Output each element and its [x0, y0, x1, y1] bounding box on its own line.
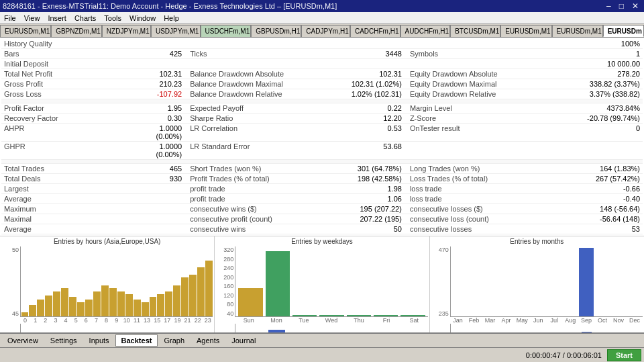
maximize-button[interactable]: □ [616, 1, 627, 11]
bottom-tab-graph[interactable]: Graph [158, 334, 191, 347]
bottom-tab-bar: OverviewSettingsInputsBacktestGraphAgent… [0, 332, 644, 347]
chart-tab-10[interactable]: EURUSDm,M1 [500, 25, 551, 37]
hours-bar [101, 285, 109, 316]
hours-y-mid: 45 [1, 310, 19, 317]
hours-bar [142, 302, 149, 316]
bottom-tab-settings[interactable]: Settings [44, 334, 83, 347]
menu-item-tools[interactable]: Tools [100, 12, 125, 24]
weekday-bar [266, 251, 290, 317]
menu-item-file[interactable]: File [0, 12, 20, 24]
stats-table: History Quality 100% Bars 425 Ticks 3448… [1, 39, 643, 234]
chart-tab-8[interactable]: AUDCHFm,H1 [400, 25, 451, 37]
status-bar: 0:00:00:47 / 0:00:06:01 Start [0, 347, 644, 362]
bottom-tab-backtest[interactable]: Backtest [115, 334, 158, 347]
maximum-label: Maximum [1, 204, 129, 214]
hours-bar [29, 305, 36, 316]
menu-item-charts[interactable]: Charts [70, 12, 100, 24]
average-label: Average [1, 194, 129, 204]
menu-item-insert[interactable]: Insert [44, 12, 70, 24]
hours-bar [53, 291, 60, 316]
hours-bar [205, 261, 213, 316]
bottom-tab-inputs[interactable]: Inputs [83, 334, 115, 347]
close-button[interactable]: ✕ [629, 1, 641, 11]
consec-loss-count-label: consecutive loss (count) [405, 214, 551, 224]
consec-profit-value: 207.22 (195) [331, 214, 405, 224]
chart-tab-5[interactable]: GBPUSDm,H1 [251, 25, 301, 37]
recovery-factor-label: Recovery Factor [1, 114, 129, 124]
minimize-button[interactable]: – [604, 1, 614, 11]
bottom-tab-journal[interactable]: Journal [225, 334, 262, 347]
menu-item-help[interactable]: Help [160, 12, 183, 24]
title-text: 82848161 - Exness-MTSTrial11: Demo Accou… [3, 2, 337, 10]
bars-label: Bars [1, 49, 129, 59]
hours-bar [37, 300, 44, 316]
bottom-tab-agents[interactable]: Agents [191, 334, 225, 347]
profit-trades-value: 198 (42.58%) [331, 174, 405, 184]
hours-bar [117, 291, 125, 316]
chart-tab-2[interactable]: NZDJPYm,M1 [102, 25, 151, 37]
equity-drawdown-rel-value: 3.37% (338.82) [551, 89, 643, 99]
equity-drawdown-abs-value: 278.20 [551, 69, 643, 79]
ontester-value: 0 [551, 124, 643, 142]
hours-bar [85, 300, 93, 316]
months-chart-panel: Entries by months 470 235 Jan Feb Mar Ap… [430, 236, 644, 332]
chart-tab-7[interactable]: CADCHFm,H1 [350, 25, 400, 37]
consec-losses-value: 148 (-56.64) [551, 204, 643, 214]
weekdays-pnl-chart [235, 324, 427, 332]
consec-wins-value: 195 (207.22) [331, 204, 405, 214]
maximal-label: Maximal [1, 214, 129, 224]
weekday-bar [292, 315, 317, 316]
margin-level-label: Margin Level [405, 103, 551, 114]
balance-drawdown-abs-value: 102.31 [331, 69, 405, 79]
total-net-profit-value: 102.31 [129, 69, 184, 79]
total-trades-label: Total Trades [1, 164, 129, 174]
charts-section: Entries by hours (Asia,Europe,USA) 50 45… [0, 236, 644, 332]
profit-trades-label: Profit Trades (% of total) [184, 174, 331, 184]
consec-losses-label: consecutive losses ($) [405, 204, 551, 214]
gross-loss-label: Gross Loss [1, 89, 129, 99]
expected-payoff-value: 0.22 [331, 103, 405, 114]
gross-profit-label: Gross Profit [1, 79, 129, 89]
avg-loss-trade-label: loss trade [405, 194, 551, 204]
bottom-tab-overview[interactable]: Overview [1, 334, 44, 347]
equity-drawdown-max-value: 338.82 (3.37%) [551, 79, 643, 89]
ahpr-label: AHPR [1, 124, 129, 142]
timer-display: 0:00:00:47 / 0:00:06:01 [526, 351, 602, 359]
lr-std-error-value: 53.68 [331, 142, 405, 160]
start-button[interactable]: Start [607, 349, 641, 361]
loss-trade-label: loss trade [405, 184, 551, 194]
profit-trade-label: profit trade [184, 184, 331, 194]
profit-factor-value: 1.95 [129, 103, 184, 114]
weekday-bar [400, 315, 425, 316]
months-pnl-chart [450, 324, 643, 332]
menu-bar: FileViewInsertChartsToolsWindowHelp [0, 12, 644, 24]
initial-deposit-label: Initial Deposit [1, 59, 129, 69]
short-trades-label: Short Trades (won %) [184, 164, 331, 174]
sharpe-ratio-value: 12.20 [331, 114, 405, 124]
z-score-value: -20.78 (99.74%) [551, 114, 643, 124]
chart-tab-3[interactable]: USDJPYm,M1 [151, 25, 201, 37]
empty-1 [405, 142, 551, 160]
menu-item-view[interactable]: View [20, 12, 44, 24]
chart-tab-1[interactable]: GBPNZDm,M1 [51, 25, 102, 37]
hours-bar [77, 302, 85, 316]
balance-drawdown-max-label: Balance Drawdown Maximal [184, 79, 331, 89]
hours-bar [45, 296, 52, 316]
z-score-label: Z-Score [405, 114, 551, 124]
chart-tab-0[interactable]: EURUSDm,M1 [0, 25, 51, 37]
avg-consec-losses-value: 53 [551, 224, 643, 234]
consec-loss-count-value: -56.64 (148) [551, 214, 643, 224]
chart-tab-6[interactable]: CADJPYm,H1 [301, 25, 350, 37]
chart-tab-9[interactable]: BTCUSDm,M1 [450, 25, 500, 37]
weekdays-chart-title: Entries by weekdays [216, 238, 427, 245]
chart-tab-12[interactable]: EURUSDm [603, 25, 644, 37]
chart-tab-11[interactable]: EURUSDm,M1 [552, 25, 603, 37]
lr-correlation-label: LR Correlation [184, 124, 331, 142]
menu-item-window[interactable]: Window [125, 12, 160, 24]
hours-bar [150, 297, 157, 316]
total-trades-value: 465 [129, 164, 184, 174]
chart-tab-4[interactable]: USDCHFm,M1 [201, 25, 252, 37]
avg-consec-wins-label: consecutive wins [184, 224, 331, 234]
lr-std-error-label: LR Standard Error [184, 142, 331, 160]
loss-trades-label: Loss Trades (% of total) [405, 174, 551, 184]
